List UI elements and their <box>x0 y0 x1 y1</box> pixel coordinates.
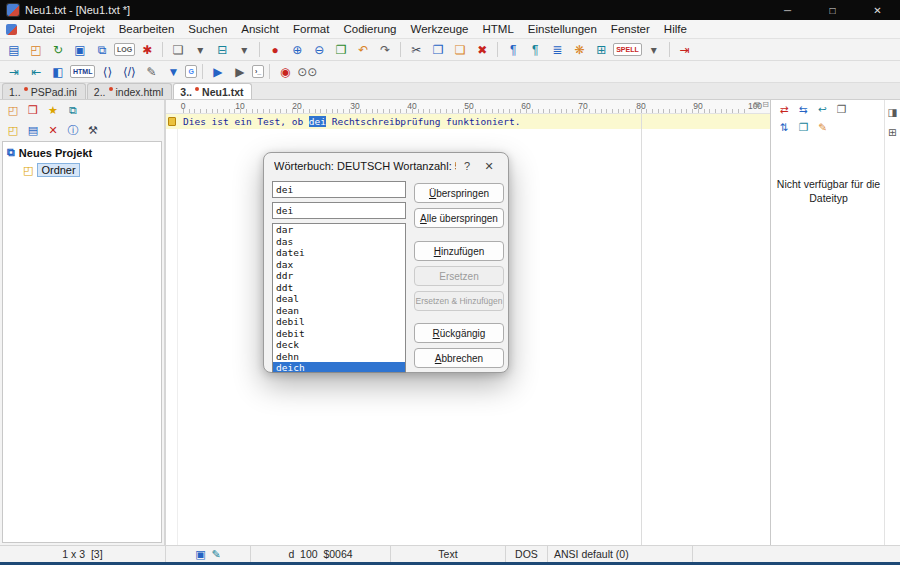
saved-state-icon[interactable]: ▣ <box>195 548 205 561</box>
maximize-button[interactable]: □ <box>810 0 855 20</box>
suggestion-item[interactable]: ddr <box>273 270 405 282</box>
save-all-icon[interactable]: ⧉ <box>92 41 112 59</box>
suggestion-item[interactable]: ddt <box>273 282 405 294</box>
open-file-icon[interactable]: ◰ <box>26 41 46 59</box>
tag-open-icon[interactable]: ⟨⟩ <box>97 63 117 81</box>
format-marks-icon[interactable]: ¶ <box>525 41 545 59</box>
print-dropdown-icon[interactable]: ▾ <box>234 41 254 59</box>
tab-index-html[interactable]: 2.. index.html <box>87 83 173 99</box>
recent-projects-icon[interactable]: ❒ <box>24 102 42 118</box>
new-dropdown-icon[interactable]: ▾ <box>190 41 210 59</box>
add-folder-icon[interactable]: ◰ <box>4 122 22 138</box>
menu-item[interactable]: Format <box>286 21 336 37</box>
menu-item[interactable]: Werkzeuge <box>404 21 476 37</box>
menu-item[interactable]: Suchen <box>181 21 234 37</box>
reformat-icon[interactable]: ✎ <box>141 63 161 81</box>
html-tags-icon[interactable]: ◧ <box>48 63 68 81</box>
suggestion-item[interactable]: debit <box>273 328 405 340</box>
suggestion-item[interactable]: deich <box>273 362 405 373</box>
open-project-icon[interactable]: ◰ <box>4 102 22 118</box>
skip-button[interactable]: Überspringen <box>414 183 504 203</box>
close-button[interactable]: ✕ <box>855 0 900 20</box>
menu-item[interactable]: Ansicht <box>234 21 286 37</box>
new-file-icon[interactable]: ▤ <box>4 41 24 59</box>
replacement-field[interactable] <box>272 202 406 219</box>
menu-item[interactable]: Datei <box>21 21 62 37</box>
zoom-in-icon[interactable]: ⊕ <box>287 41 307 59</box>
add-file-icon[interactable]: ▤ <box>24 122 42 138</box>
menu-item[interactable]: Hilfe <box>657 21 694 37</box>
minimize-button[interactable]: ─ <box>765 0 810 20</box>
spell-dropdown-icon[interactable]: ▾ <box>644 41 664 59</box>
remove-item-icon[interactable]: ✕ <box>44 122 62 138</box>
save-icon[interactable]: ▣ <box>70 41 90 59</box>
clipboard-icon[interactable]: ❐ <box>795 120 812 135</box>
edit-mode-icon[interactable]: ✎ <box>212 548 221 561</box>
suggestion-item[interactable]: dean <box>273 305 405 317</box>
jump-to-line-icon[interactable]: ⇥ <box>675 41 695 59</box>
add-button[interactable]: Hinzufügen <box>414 241 504 261</box>
macro-record-icon[interactable]: ● <box>265 41 285 59</box>
suggestion-item[interactable]: dehn <box>273 351 405 363</box>
undo-button[interactable]: Rückgängig <box>414 323 504 343</box>
menu-item[interactable]: Codierung <box>336 21 403 37</box>
sort-icon[interactable]: ⇅ <box>776 120 793 135</box>
log-icon[interactable]: LOG <box>114 43 135 56</box>
run-script-icon[interactable]: ▶ <box>208 63 228 81</box>
wrap-icon[interactable]: ↩ <box>814 102 831 117</box>
tab-neu1-txt[interactable]: 3.. Neu1.txt <box>173 83 252 99</box>
misspelled-word-field[interactable] <box>272 181 406 198</box>
zoom-out-icon[interactable]: ⊖ <box>309 41 329 59</box>
suggestion-item[interactable]: debil <box>273 316 405 328</box>
editor-text-line[interactable]: Dies ist ein Test, ob dei Rechtschreibpr… <box>183 116 520 127</box>
new-from-template-icon[interactable]: ❏ <box>168 41 188 59</box>
tag-close-icon[interactable]: ⟨/⟩ <box>119 63 139 81</box>
panel-toggle-icon[interactable]: ◨ <box>884 104 900 119</box>
highlighter-mode[interactable]: Text <box>391 546 506 562</box>
unindent-icon[interactable]: ⇤ <box>26 63 46 81</box>
copy-result-icon[interactable]: ❐ <box>833 102 850 117</box>
menu-item[interactable]: Einstellungen <box>521 21 604 37</box>
tree-node-project[interactable]: ⧉ Neues Projekt <box>7 146 161 159</box>
favorites-icon[interactable]: ★ <box>44 102 62 118</box>
tab-pspad-ini[interactable]: 1.. PSPad.ini <box>2 83 86 99</box>
suggestion-item[interactable]: dax <box>273 259 405 271</box>
menu-item[interactable]: Fenster <box>604 21 657 37</box>
delete-icon[interactable]: ✖ <box>472 41 492 59</box>
redo-icon[interactable]: ↷ <box>375 41 395 59</box>
cut-icon[interactable]: ✂ <box>406 41 426 59</box>
encoding[interactable]: ANSI default (0) <box>548 546 693 562</box>
swap-lines-icon[interactable]: ⇄ <box>776 102 793 117</box>
project-windows-icon[interactable]: ⧉ <box>64 102 82 118</box>
edit-entry-icon[interactable]: ✎ <box>814 120 831 135</box>
google-search-icon[interactable]: G <box>185 65 196 78</box>
preview-glasses-icon[interactable]: ⊙⊙ <box>297 63 317 81</box>
dictionary-icon[interactable]: ❐ <box>331 41 351 59</box>
run-external-icon[interactable]: ▶ <box>230 63 250 81</box>
suggestion-item[interactable]: deck <box>273 339 405 351</box>
suggestion-item[interactable]: deal <box>273 293 405 305</box>
spell-check-icon[interactable]: SPELL <box>613 43 642 56</box>
compare-icon[interactable]: ⇆ <box>795 102 812 117</box>
panel-pin-icon[interactable]: ⊞ <box>884 124 900 139</box>
console-icon[interactable]: ›_ <box>252 65 264 78</box>
menu-item[interactable]: Bearbeiten <box>112 21 182 37</box>
cancel-button[interactable]: Abbrechen <box>414 348 504 368</box>
menu-item[interactable]: Projekt <box>62 21 112 37</box>
menu-item[interactable]: HTML <box>475 21 520 37</box>
highlight-occurrences-icon[interactable]: ◉ <box>275 63 295 81</box>
code-explorer-icon[interactable]: ⊞ <box>591 41 611 59</box>
undo-icon[interactable]: ↶ <box>353 41 373 59</box>
info-icon[interactable]: ⓘ <box>64 122 82 138</box>
skip-all-button[interactable]: Alle überspringen <box>414 208 504 228</box>
split-horizontal-icon[interactable]: ⊞ <box>754 100 761 109</box>
line-ending[interactable]: DOS <box>506 546 548 562</box>
project-tools-icon[interactable]: ⚒ <box>84 122 102 138</box>
split-vertical-icon[interactable]: ⊟ <box>762 100 769 109</box>
line-numbers-icon[interactable]: ≣ <box>547 41 567 59</box>
editor-current-line[interactable]: Dies ist ein Test, ob dei Rechtschreibpr… <box>166 114 770 129</box>
indent-icon[interactable]: ⇥ <box>4 63 24 81</box>
filter-icon[interactable]: ▼ <box>163 63 183 81</box>
suggestion-item[interactable]: dar <box>273 224 405 236</box>
reopen-icon[interactable]: ↻ <box>48 41 68 59</box>
